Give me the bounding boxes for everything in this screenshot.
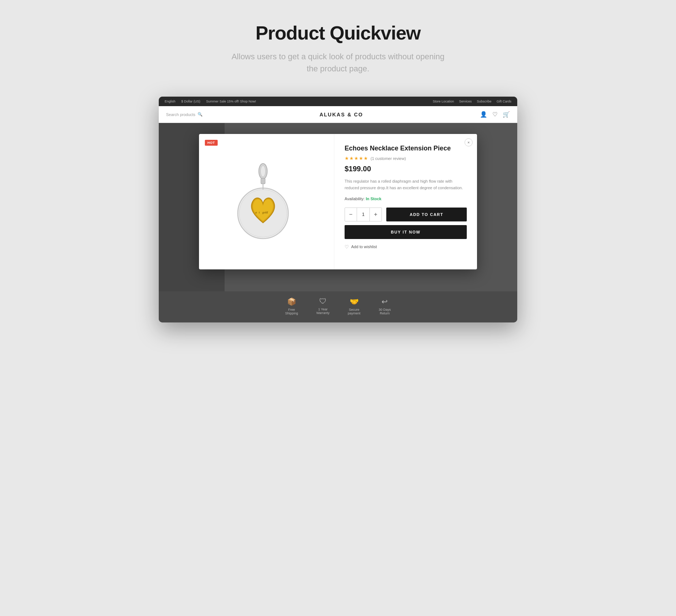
storefront: English $ Dollar (US) Summer Sale 15% of… xyxy=(159,97,517,322)
store-location-link[interactable]: Store Location xyxy=(433,100,454,103)
browser-window: English $ Dollar (US) Summer Sale 15% of… xyxy=(159,97,517,322)
product-details: Echoes Necklace Extension Piece ★★★★★ (1… xyxy=(334,134,477,269)
search-container[interactable]: Search products 🔍 xyxy=(166,112,203,117)
wishlist-label: Add to wishlist xyxy=(351,244,377,249)
shipping-icon: 📦 xyxy=(287,297,296,306)
currency-selector[interactable]: $ Dollar (US) xyxy=(181,100,200,103)
availability: Availability: In Stock xyxy=(345,197,467,201)
page-title: Product Quickview xyxy=(255,22,420,44)
quantity-increase-button[interactable]: + xyxy=(370,208,382,221)
language-selector[interactable]: English xyxy=(165,100,176,103)
feature-warranty: 🛡 1 YearWarranty xyxy=(316,297,330,315)
quantity-value: 1 xyxy=(357,208,370,221)
store-header: Search products 🔍 ALUKAS & CO 👤 ♡ 🛒 xyxy=(159,106,517,123)
shipping-label: FreeShipping xyxy=(285,308,298,315)
top-bar-left: English $ Dollar (US) Summer Sale 15% of… xyxy=(165,100,256,103)
feature-secure-payment: 🤝 Securepayment xyxy=(348,297,361,315)
payment-label: Securepayment xyxy=(348,308,361,315)
svg-point-1 xyxy=(260,166,265,177)
product-description: This regulator has a rolled diaphragm an… xyxy=(345,178,467,191)
product-name: Echoes Necklace Extension Piece xyxy=(345,144,467,153)
necklace-svg: a t gold xyxy=(226,161,300,246)
search-placeholder-text: Search products xyxy=(166,112,195,117)
top-bar: English $ Dollar (US) Summer Sale 15% of… xyxy=(159,97,517,106)
product-image: a t gold xyxy=(226,161,307,242)
quickview-modal: HOT × xyxy=(199,134,477,269)
feature-return: ↩ 30 DaysReturn xyxy=(379,297,391,315)
svg-text:a: a xyxy=(255,210,256,214)
quantity-control: − 1 + xyxy=(345,208,382,221)
promo-text: Summer Sale 15% off! Shop Now! xyxy=(206,100,256,103)
svg-rect-2 xyxy=(261,178,265,184)
cart-row: − 1 + ADD TO CART xyxy=(345,208,467,221)
page-subtitle: Allows users to get a quick look of prod… xyxy=(228,51,448,75)
payment-icon: 🤝 xyxy=(350,297,359,306)
store-content: HOT × xyxy=(159,123,517,291)
return-label: 30 DaysReturn xyxy=(379,308,391,315)
product-rating: ★★★★★ (1 customer review) xyxy=(345,156,467,161)
top-bar-right: Store Location Services Subscribe Gift C… xyxy=(433,100,511,103)
review-count: (1 customer review) xyxy=(371,156,406,161)
feature-free-shipping: 📦 FreeShipping xyxy=(285,297,298,315)
quantity-decrease-button[interactable]: − xyxy=(345,208,357,221)
store-logo[interactable]: ALUKAS & CO xyxy=(319,112,363,117)
header-icons: 👤 ♡ 🛒 xyxy=(480,111,510,118)
wishlist-icon[interactable]: ♡ xyxy=(492,111,497,118)
modal-close-button[interactable]: × xyxy=(465,138,473,146)
services-link[interactable]: Services xyxy=(459,100,472,103)
availability-label: Availability: xyxy=(345,197,365,201)
svg-text:gold: gold xyxy=(262,210,268,214)
rating-stars: ★★★★★ xyxy=(345,156,368,161)
product-image-area: a t gold xyxy=(199,134,334,269)
warranty-icon: 🛡 xyxy=(319,297,327,306)
feature-strip: 📦 FreeShipping 🛡 1 YearWarranty 🤝 Secure… xyxy=(159,291,517,322)
warranty-label: 1 YearWarranty xyxy=(316,307,330,315)
search-icon[interactable]: 🔍 xyxy=(198,112,203,117)
subscribe-link[interactable]: Subscribe xyxy=(477,100,491,103)
availability-status: In Stock xyxy=(366,197,382,201)
gift-cards-link[interactable]: Gift Cards xyxy=(496,100,511,103)
hot-badge: HOT xyxy=(205,140,218,146)
add-to-wishlist[interactable]: ♡ Add to wishlist xyxy=(345,244,467,250)
buy-now-button[interactable]: BUY IT NOW xyxy=(345,225,467,239)
add-to-cart-button[interactable]: ADD TO CART xyxy=(386,208,467,221)
account-icon[interactable]: 👤 xyxy=(480,111,487,118)
cart-icon[interactable]: 🛒 xyxy=(503,111,510,118)
heart-icon: ♡ xyxy=(345,244,349,250)
product-price: $199.00 xyxy=(345,165,467,173)
return-icon: ↩ xyxy=(382,297,388,306)
